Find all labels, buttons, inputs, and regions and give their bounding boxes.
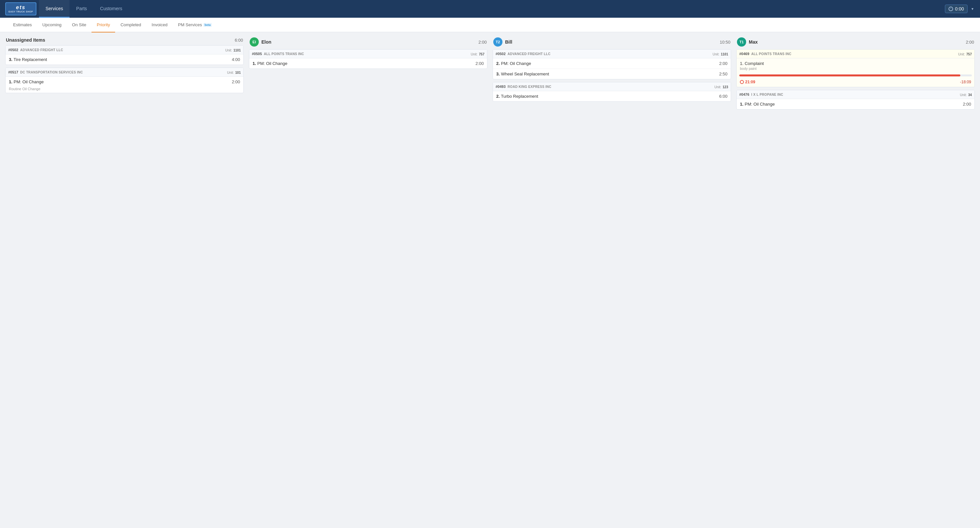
column-elon: EI Elon 2:00 #0505 ALL POINTS TRANS INC …	[249, 37, 487, 72]
max-name: Max	[749, 39, 757, 45]
service-time: 6:00	[719, 94, 727, 99]
card-bill-0502[interactable]: #0502 ADVANCED FREIGHT LLC Unit: 1101 2.…	[493, 49, 731, 80]
complaint-body: 1. Complaint body paint	[737, 58, 974, 72]
card-header: #0469 ALL POINTS TRANS INC Unit: 757	[737, 49, 974, 58]
timer-negative: -18:09	[960, 80, 971, 84]
unassigned-header: Unassigned Items 6:00	[5, 37, 244, 43]
logo-text-ets: ets	[8, 4, 33, 11]
progress-bar-container	[739, 75, 972, 76]
nav-item-parts[interactable]: Parts	[70, 0, 94, 18]
progress-bar-fill	[739, 75, 960, 76]
header-right: 0:00 ▾	[945, 5, 975, 13]
timer-icon	[948, 6, 953, 11]
order-id: #0505	[252, 52, 262, 56]
tab-estimates[interactable]: Estimates	[8, 18, 37, 32]
card-header: #0517 DC TRANSPORTATION SERVICES INC Uni…	[6, 68, 243, 77]
service-row: 1. PM: Oil Change 2:00	[249, 58, 487, 68]
service-row: 2. Turbo Replacement 6:00	[493, 91, 731, 101]
bill-header: T2 Bill 10:50	[493, 37, 731, 46]
complaint-service: 1. Complaint	[740, 61, 971, 66]
dropdown-arrow[interactable]: ▾	[970, 5, 975, 13]
clock-icon	[740, 80, 744, 84]
timer-elapsed: 21:09	[740, 80, 755, 84]
order-id: #0502	[8, 48, 18, 52]
unassigned-title: Unassigned Items	[6, 37, 45, 43]
service-name: 3. Wheel Seal Replacement	[496, 72, 549, 76]
unit-number: 1101	[234, 49, 241, 52]
tab-pm-services[interactable]: PM Services beta	[173, 18, 217, 32]
company-name: ADVANCED FREIGHT LLC	[508, 52, 550, 56]
bill-avatar: T2	[493, 37, 503, 46]
nav-item-customers[interactable]: Customers	[94, 0, 129, 18]
card-header: #0502 ADVANCED FREIGHT LLC Unit: 1101	[493, 49, 731, 58]
unit-number: 1101	[721, 52, 728, 56]
main-nav: Services Parts Customers	[39, 0, 945, 18]
unit-label: Unit:	[958, 52, 965, 56]
service-time: 2:00	[232, 80, 240, 84]
card-unassigned-0517[interactable]: #0517 DC TRANSPORTATION SERVICES INC Uni…	[5, 68, 244, 93]
max-time: 2:00	[966, 40, 974, 45]
service-row: 1. PM: Oil Change 2:00	[6, 77, 243, 87]
service-name: 1. PM: Oil Change	[740, 102, 775, 107]
order-id: #0517	[8, 70, 18, 74]
unit-label: Unit:	[960, 93, 967, 97]
unit-number: 101	[235, 71, 241, 75]
order-id: #0493	[496, 84, 506, 89]
tab-upcoming[interactable]: Upcoming	[37, 18, 67, 32]
card-header: #0493 ROAD KING EXPRESS INC Unit: 123	[493, 82, 731, 91]
card-max-0469[interactable]: #0469 ALL POINTS TRANS INC Unit: 757 1. …	[736, 49, 975, 87]
unit-number: 34	[968, 93, 972, 97]
unit-number: 757	[966, 52, 972, 56]
column-max: T1 Max 2:00 #0469 ALL POINTS TRANS INC U…	[736, 37, 975, 112]
max-header: T1 Max 2:00	[736, 37, 975, 46]
column-unassigned: Unassigned Items 6:00 #0502 ADVANCED FRE…	[5, 37, 244, 96]
company-name: ALL POINTS TRANS INC	[264, 52, 304, 56]
service-name: 2. PM: Oil Change	[496, 61, 531, 66]
unit-label: Unit:	[713, 52, 719, 56]
service-row-2: 3. Wheel Seal Replacement 2:50	[493, 68, 731, 79]
unit-label: Unit:	[227, 71, 234, 75]
bill-name: Bill	[505, 39, 512, 45]
service-name: 3. Tire Replacement	[9, 57, 47, 62]
card-max-0476[interactable]: #0476 I X L PROPANE INC Unit: 34 1. PM: …	[736, 90, 975, 110]
service-time: 4:00	[232, 57, 240, 62]
logo-box: ets EASY TRUCK SHOP	[5, 2, 37, 16]
elon-header: EI Elon 2:00	[249, 37, 487, 46]
elon-name: Elon	[261, 39, 271, 45]
tab-priority[interactable]: Priority	[92, 18, 115, 32]
service-row-1: 2. PM: Oil Change 2:00	[493, 58, 731, 68]
logo: ets EASY TRUCK SHOP	[5, 2, 37, 16]
tab-onsite[interactable]: On Site	[67, 18, 92, 32]
service-time: 2:00	[476, 61, 484, 66]
complaint-note: body paint	[740, 67, 971, 70]
timer-badge[interactable]: 0:00	[945, 5, 967, 13]
service-time: 2:00	[963, 102, 971, 107]
service-name: 1. PM: Oil Change	[9, 80, 44, 84]
tab-invoiced[interactable]: Invoiced	[146, 18, 172, 32]
elon-avatar: EI	[250, 37, 259, 46]
service-note: Routine Oil Change	[6, 87, 243, 93]
service-time: 2:00	[719, 61, 727, 66]
unit-label: Unit:	[714, 85, 721, 89]
main-content: Unassigned Items 6:00 #0502 ADVANCED FRE…	[0, 32, 980, 118]
card-unassigned-0502[interactable]: #0502 ADVANCED FREIGHT LLC Unit: 1101 3.…	[5, 45, 244, 65]
tab-completed[interactable]: Completed	[115, 18, 146, 32]
unit-label: Unit:	[225, 49, 232, 52]
column-bill: T2 Bill 10:50 #0502 ADVANCED FREIGHT LLC…	[493, 37, 731, 104]
unit-number: 757	[479, 52, 484, 56]
company-name: ROAD KING EXPRESS INC	[508, 85, 552, 89]
logo-text-sub: EASY TRUCK SHOP	[8, 11, 33, 13]
elon-time: 2:00	[479, 40, 487, 45]
company-name: ALL POINTS TRANS INC	[751, 52, 791, 56]
beta-badge: beta	[204, 23, 212, 27]
nav-item-services[interactable]: Services	[39, 0, 70, 18]
service-name: 1. PM: Oil Change	[253, 61, 287, 66]
unassigned-time: 6:00	[235, 38, 243, 43]
service-time: 2:50	[719, 72, 727, 76]
card-elon-0505[interactable]: #0505 ALL POINTS TRANS INC Unit: 757 1. …	[249, 49, 487, 69]
unit-label: Unit:	[471, 52, 477, 56]
sub-nav: Estimates Upcoming On Site Priority Comp…	[0, 18, 980, 32]
card-header: #0505 ALL POINTS TRANS INC Unit: 757	[249, 49, 487, 58]
card-bill-0493[interactable]: #0493 ROAD KING EXPRESS INC Unit: 123 2.…	[493, 82, 731, 102]
order-id: #0476	[739, 92, 749, 96]
